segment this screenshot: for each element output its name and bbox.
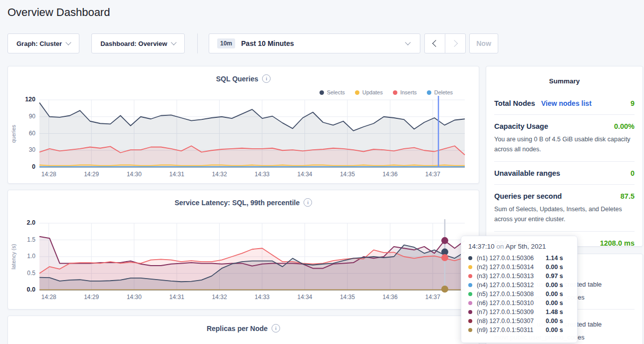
- time-range-badge: 10m: [217, 38, 235, 48]
- info-icon[interactable]: i: [304, 198, 312, 207]
- node-latency-value: 0.00 s: [546, 327, 563, 334]
- legend-dot-icon: [355, 90, 359, 95]
- chevron-down-icon: [65, 39, 71, 45]
- node-address: (n1) 127.0.0.1:50306: [477, 255, 546, 262]
- node-latency-value: 1.14 s: [546, 255, 563, 262]
- y-tick-label: 90: [17, 113, 35, 120]
- x-tick-label: 14:37: [420, 294, 446, 301]
- y-tick-label: 1.5: [17, 236, 35, 243]
- node-color-dot-icon: [468, 265, 472, 269]
- time-window-next-button[interactable]: [445, 33, 466, 53]
- node-address: (n9) 127.0.0.1:50311: [477, 327, 546, 334]
- tooltip-row: (n3) 127.0.0.1:503130.97 s: [468, 272, 570, 281]
- summary-value: 9: [631, 99, 635, 107]
- node-color-dot-icon: [468, 310, 472, 314]
- summary-value: 0: [631, 169, 635, 177]
- x-tick-label: 14:35: [334, 294, 360, 301]
- summary-row: Queries per second87.5Sum of Selects, Up…: [494, 185, 635, 232]
- y-tick-label: 1.0: [17, 253, 35, 260]
- x-tick-label: 14:32: [207, 294, 233, 301]
- y-tick-label: 60: [17, 130, 35, 137]
- tooltip-row: (n6) 127.0.0.1:503100.00 s: [468, 299, 570, 308]
- chevron-left-icon: [432, 40, 439, 47]
- chart-title-text: Service Latency: SQL, 99th percentile: [175, 199, 300, 207]
- now-button[interactable]: Now: [469, 33, 498, 53]
- legend-label: Updates: [362, 89, 383, 95]
- chevron-down-icon: [171, 39, 176, 45]
- chevron-down-icon: [405, 39, 410, 45]
- y-tick-label: 30: [17, 146, 35, 153]
- x-tick-label: 14:29: [78, 294, 104, 301]
- tooltip-row: (n5) 127.0.0.1:503080.00 s: [468, 290, 570, 299]
- x-tick-label: 14:35: [334, 171, 360, 178]
- summary-value: 1208.0 ms: [600, 239, 635, 247]
- chart-title-text: SQL Queries: [216, 75, 259, 83]
- chart-title: Replicas per Node i: [8, 324, 479, 333]
- node-latency-value: 0.00 s: [546, 318, 563, 325]
- summary-row: Capacity Usage0.00%You are using 0 B of …: [494, 115, 635, 162]
- y-tick-label: 0: [17, 163, 35, 170]
- legend-item-inserts[interactable]: Inserts: [393, 89, 417, 95]
- tooltip-row: (n1) 127.0.0.1:503061.14 s: [468, 254, 570, 263]
- tooltip-time: 14:37:10: [468, 243, 495, 250]
- x-tick-label: 14:31: [164, 294, 190, 301]
- legend-item-selects[interactable]: Selects: [320, 89, 345, 95]
- legend-item-updates[interactable]: Updates: [355, 89, 383, 95]
- time-window-prev-button[interactable]: [424, 33, 445, 53]
- now-button-label: Now: [476, 39, 491, 47]
- chart-title-text: Replicas per Node: [207, 325, 268, 333]
- summary-rows: Total NodesView nodes list9Capacity Usag…: [494, 92, 635, 254]
- dashboard-dropdown[interactable]: Dashboard: Overview: [91, 33, 185, 53]
- time-range-picker[interactable]: 10m Past 10 Minutes: [209, 33, 420, 53]
- x-tick-label: 14:34: [292, 294, 318, 301]
- time-range-label: Past 10 Minutes: [241, 39, 294, 47]
- x-tick-label: 14:32: [207, 171, 233, 178]
- summary-label: Unavailable ranges: [494, 169, 560, 177]
- y-tick-label: 0.5: [17, 270, 35, 277]
- summary-description: Sum of Selects, Updates, Inserts, and De…: [494, 204, 635, 224]
- x-tick-label: 14:34: [292, 171, 318, 178]
- x-tick-label: 14:36: [377, 171, 403, 178]
- x-tick-label: 14:28: [36, 171, 62, 178]
- node-latency-value: 0.00 s: [546, 291, 563, 298]
- view-nodes-list-link[interactable]: View nodes list: [541, 99, 592, 107]
- tooltip-row: (n4) 127.0.0.1:503120.00 s: [468, 281, 570, 290]
- sql-queries-card: SQL Queries i SelectsUpdatesInsertsDelet…: [7, 66, 479, 184]
- info-icon[interactable]: i: [272, 324, 280, 333]
- legend-item-deletes[interactable]: Deletes: [427, 89, 453, 95]
- tooltip-row: (n8) 127.0.0.1:503070.00 s: [468, 317, 570, 326]
- summary-value: 0.00%: [614, 122, 635, 130]
- y-tick-label: 2.0: [17, 219, 35, 226]
- summary-value: 87.5: [621, 192, 635, 200]
- tooltip-rows: (n1) 127.0.0.1:503061.14 s(n2) 127.0.0.1…: [468, 254, 570, 335]
- tooltip-row: (n2) 127.0.0.1:503140.00 s: [468, 263, 570, 272]
- service-latency-plot[interactable]: 14:2814:2914:3014:3114:3214:3314:3414:35…: [39, 223, 465, 290]
- node-color-dot-icon: [468, 328, 472, 332]
- node-color-dot-icon: [468, 256, 472, 260]
- x-tick-label: 14:33: [249, 171, 275, 178]
- summary-label: Queries per second: [494, 192, 562, 200]
- tooltip-conjunction: on: [496, 243, 504, 250]
- node-address: (n3) 127.0.0.1:50313: [477, 273, 546, 280]
- node-latency-value: 0.00 s: [546, 264, 563, 271]
- x-tick-label: 14:30: [121, 294, 147, 301]
- summary-row: Unavailable ranges0: [494, 162, 635, 185]
- summary-description: You are using 0 B of 4.5 GiB usable disk…: [494, 134, 635, 154]
- x-tick-label: 14:30: [121, 171, 147, 178]
- summary-label: Capacity Usage: [494, 122, 548, 130]
- summary-panel: Summary Total NodesView nodes list9Capac…: [486, 66, 643, 247]
- graph-dropdown[interactable]: Graph: Cluster: [7, 33, 79, 53]
- node-color-dot-icon: [468, 292, 472, 296]
- node-color-dot-icon: [468, 283, 472, 287]
- tooltip-row: (n9) 127.0.0.1:503110.00 s: [468, 326, 570, 335]
- info-icon[interactable]: i: [262, 74, 271, 83]
- toolbar-divider: [197, 33, 198, 53]
- chevron-right-icon: [451, 40, 458, 47]
- legend-dot-icon: [393, 90, 397, 95]
- sql-queries-plot[interactable]: 14:2814:2914:3014:3114:3214:3314:3414:35…: [39, 100, 465, 167]
- node-color-dot-icon: [468, 301, 472, 305]
- tooltip-timestamp: 14:37:10 on Apr 5th, 2021: [468, 243, 570, 250]
- legend-dot-icon: [320, 90, 324, 95]
- node-color-dot-icon: [468, 319, 472, 323]
- x-tick-label: 14:37: [420, 171, 446, 178]
